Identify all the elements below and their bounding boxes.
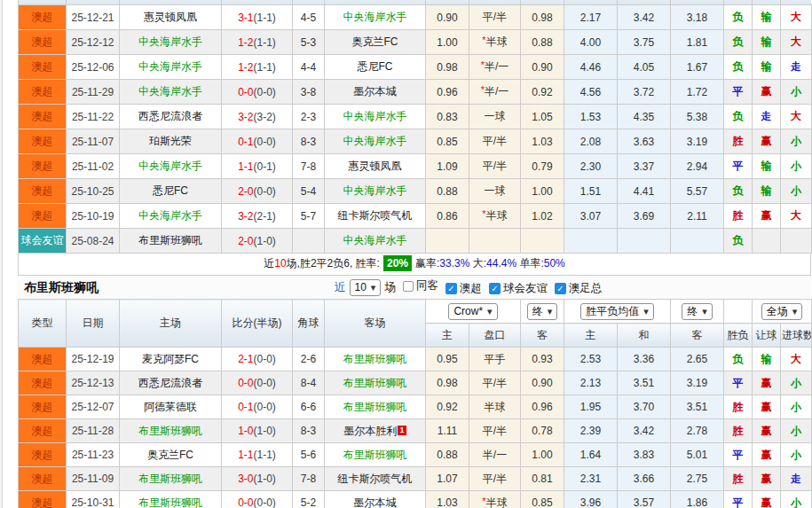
result-cell: 负 (724, 179, 753, 204)
filter-group: 近 10 场 同客✓澳超✓球会友谊✓澳足总 (335, 276, 602, 299)
checkbox-checked-icon[interactable]: ✓ (555, 283, 566, 294)
asian-away-odds-cell: 1.03 (521, 129, 564, 154)
halftime-score: (1-1) (254, 36, 276, 49)
league-cell: 澳超 (19, 443, 67, 467)
result-cell: 胜 (724, 204, 753, 229)
score-cell: 3-2(3-2) (222, 105, 293, 129)
match-row: 澳超25-11-22西悉尼流浪者3-2(3-2)2-3中央海岸水手0.83一球1… (19, 105, 812, 129)
match-row: 澳超25-12-21惠灵顿凤凰3-1(1-1)4-5中央海岸水手0.90平/半0… (19, 5, 812, 30)
home-team-cell: 珀斯光荣 (120, 129, 222, 154)
home-team-cell: 麦克阿瑟FC (120, 348, 222, 371)
fulltime-score: 0-0 (238, 496, 253, 508)
summary-segment: 10 (274, 257, 286, 270)
result-cell: 胜 (724, 419, 753, 443)
result-cell: 平 (724, 371, 753, 395)
goals-result-cell: 小 (781, 154, 812, 179)
halftime-score: (3-2) (254, 111, 276, 123)
col-handicap: 盘口 (469, 324, 521, 348)
euro-draw-odds-cell: 3.75 (618, 30, 671, 55)
filter-toggle[interactable]: ✓澳足总 (555, 281, 603, 296)
handicap-cell: 半/一 (469, 443, 521, 467)
checkbox-unchecked-icon[interactable] (403, 281, 414, 292)
score-cell: 3-0(1-0) (222, 467, 293, 491)
bookmaker-select[interactable]: Crow* (448, 303, 497, 320)
result-cell: 平 (724, 491, 753, 508)
corner-cell: 5-6 (293, 443, 325, 467)
col-euro-draw: 和 (618, 324, 671, 348)
match-count-select[interactable]: 10 (350, 279, 382, 296)
euro-away-odds-cell: 3.18 (671, 5, 724, 30)
corner-cell: 2-6 (293, 348, 325, 371)
team-section-bar: 布里斯班狮吼 近 10 场 同客✓澳超✓球会友谊✓澳足总 (18, 276, 811, 299)
asian-away-odds-cell: 1.02 (521, 204, 564, 229)
result-cell: 平 (724, 443, 753, 467)
score-cell: 0-1(0-0) (222, 395, 293, 419)
league-cell: 澳超 (19, 204, 67, 229)
fulltime-score: 0-1 (238, 401, 253, 413)
asian-final-select[interactable]: 终 (527, 303, 558, 320)
away-team-cell: 墨尔本城 (325, 80, 426, 105)
home-team-cell: 西悉尼流浪者 (120, 371, 222, 395)
euro-odds-select-value: 胜平负均值 (586, 304, 639, 319)
euro-draw-odds-cell: 4.35 (618, 105, 671, 129)
euro-home-odds-cell: 2.39 (564, 419, 618, 443)
handicap-cell: 平/半 (469, 154, 521, 179)
line-changed-star: * (481, 59, 485, 70)
handicap-result-cell: 赢 (753, 129, 781, 154)
score-cell: 3-2(2-1) (222, 204, 293, 229)
goals-result-cell: 小 (781, 395, 812, 419)
date-cell: 25-11-22 (67, 105, 120, 129)
match-row: 澳超25-10-25悉尼FC2-0(0-0)5-4中央海岸水手0.88一球1.0… (19, 179, 812, 204)
euro-away-odds-cell (671, 229, 724, 254)
euro-draw-odds-cell: 4.41 (618, 179, 671, 204)
corner-cell: 7-8 (293, 467, 325, 491)
asian-away-odds-cell: 1.00 (521, 179, 564, 204)
euro-away-odds-cell: 1.67 (671, 55, 724, 80)
date-cell: 25-10-19 (67, 204, 120, 229)
home-team-cell: 布里斯班狮吼 (120, 419, 222, 443)
away-team-cell: 中央海岸水手 (325, 5, 426, 30)
euro-draw-odds-cell: 3.36 (618, 348, 671, 371)
asian-home-odds-cell: 1.09 (426, 154, 469, 179)
line-changed-star: * (482, 208, 485, 219)
summary-segment: 33.3% (439, 257, 469, 270)
league-cell: 澳超 (19, 179, 67, 204)
fulltime-score: 0-0 (238, 377, 253, 389)
handicap-cell: *半球 (469, 30, 521, 55)
handicap-cell: 平/半 (469, 419, 521, 443)
fulltime-score: 2-0 (238, 235, 253, 247)
goals-result-cell: 小 (781, 371, 812, 395)
roar-history-table: 类型 日期 主场 比分(半场) 角球 客场 Crow* 终 胜平负均值 终 (18, 299, 812, 508)
result-cell: 胜 (724, 395, 753, 419)
filter-toggle[interactable]: 同客 (403, 278, 438, 293)
score-cell: 2-0(0-0) (222, 179, 293, 204)
match-row: 澳超25-12-19麦克阿瑟FC2-1(0-0)2-6布里斯班狮吼0.95平手0… (19, 348, 812, 371)
near-label: 近 (335, 280, 346, 295)
score-cell: 0-1(0-0) (222, 129, 293, 154)
summary-segment: 近 (264, 257, 274, 270)
euro-final-select[interactable]: 终 (682, 303, 713, 320)
euro-home-odds-cell: 2.31 (564, 467, 618, 491)
match-row: 澳超25-10-19中央海岸水手3-2(2-1)5-7纽卡斯尔喷气机0.86*半… (19, 204, 812, 229)
fulltime-score: 1-2 (238, 36, 253, 49)
euro-home-odds-cell: 4.46 (564, 55, 618, 80)
period-select[interactable]: 全场 (761, 303, 803, 320)
checkbox-checked-icon[interactable]: ✓ (489, 283, 501, 294)
score-cell: 3-1(1-1) (222, 5, 293, 30)
euro-home-odds-cell (564, 229, 618, 254)
euro-away-odds-cell: 2.65 (671, 348, 724, 371)
euro-away-odds-cell: 5.38 (671, 105, 724, 129)
filter-toggle[interactable]: ✓球会友谊 (489, 281, 548, 296)
score-cell: 1-2(1-1) (222, 30, 293, 55)
halftime-score: (2-1) (254, 210, 276, 223)
handicap-result-cell: 赢 (753, 467, 781, 491)
home-team-cell: 阿德莱德联 (120, 395, 222, 419)
euro-odds-select[interactable]: 胜平负均值 (580, 303, 654, 320)
checkbox-checked-icon[interactable]: ✓ (445, 283, 457, 294)
score-cell: 1-2(1-1) (222, 55, 293, 80)
col-home: 主场 (120, 300, 222, 348)
filter-toggle[interactable]: ✓澳超 (445, 281, 482, 296)
match-row: 澳超25-11-02中央海岸水手1-1(0-1)7-8惠灵顿凤凰1.09平/半0… (19, 154, 812, 179)
line-changed-star: * (481, 84, 485, 95)
euro-draw-odds-cell: 3.42 (618, 5, 671, 30)
